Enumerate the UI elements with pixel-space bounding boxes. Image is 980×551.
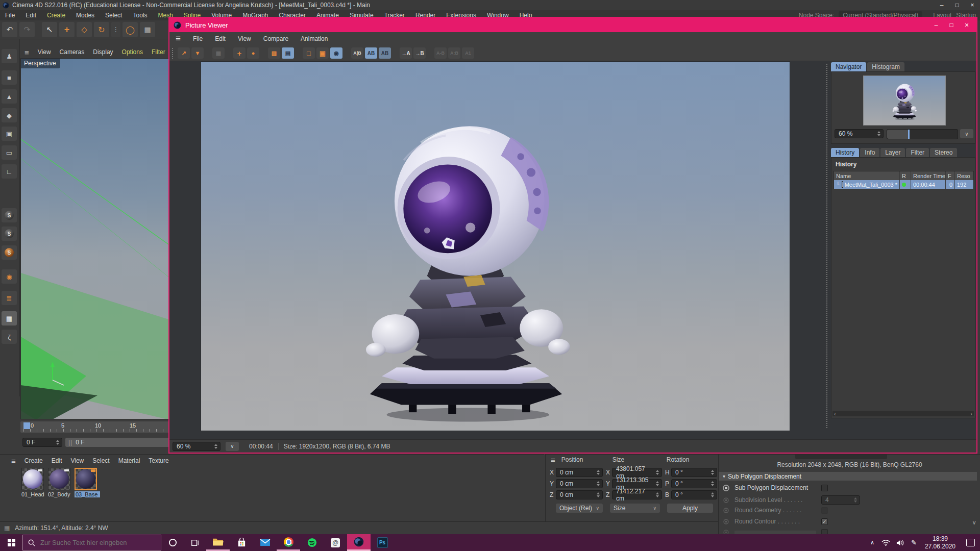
pen-icon[interactable]: ✎ [911, 539, 917, 546]
pv-maximize-button[interactable]: □ [944, 20, 959, 30]
live-selection-button[interactable]: ↖ [42, 22, 57, 37]
size-y-field[interactable]: 131213.305 cm [612, 479, 662, 488]
ab-overlay-button[interactable]: AB [379, 47, 391, 59]
rotation-p-field[interactable]: 0 ° [671, 479, 717, 488]
mail-button[interactable] [253, 534, 277, 551]
redo-button[interactable]: ↷ [19, 22, 35, 37]
history-row[interactable]: └ MeetMat_Tali_0003 * 00:00:44 0 192 [834, 180, 973, 189]
spd-section-header[interactable]: ▾ Sub Polygon Displacement [719, 472, 977, 481]
checker-tool-button[interactable]: ▦ [2, 311, 17, 325]
frame-spinner[interactable] [54, 440, 59, 445]
layer-manager-button[interactable]: ▤ [282, 47, 294, 59]
material-menu-material[interactable]: Material [118, 457, 140, 464]
cortana-button[interactable] [161, 534, 184, 551]
history-hscrollbar[interactable]: ‹ › [832, 411, 974, 416]
tab-info[interactable]: Info [860, 148, 879, 157]
pv-zoom-field[interactable]: 60 % [173, 442, 220, 451]
pv-minimize-button[interactable]: – [928, 20, 944, 30]
position-y-field[interactable]: 0 cm [556, 479, 603, 488]
pv-zoom-menu-button[interactable]: ∨ [226, 442, 239, 451]
rotation-b-field[interactable]: 0 ° [671, 490, 717, 499]
navigator-zoom-field[interactable]: 60 % [835, 129, 884, 138]
round-contour-checkbox[interactable]: ✓ [821, 518, 828, 525]
menu-select[interactable]: Select [105, 12, 122, 19]
tab-histogram[interactable]: Histogram [867, 62, 904, 71]
explorer-button[interactable] [206, 534, 230, 551]
round-geometry-checkbox[interactable] [821, 507, 828, 514]
material-menu-texture[interactable]: Texture [149, 457, 168, 464]
tab-stereo[interactable]: Stereo [930, 148, 957, 157]
save-incoming-button[interactable]: + [233, 47, 246, 59]
undo-button[interactable]: ↶ [2, 22, 17, 37]
size-z-field[interactable]: 71412.217 cm [612, 490, 662, 499]
cinema4d-taskbar-button[interactable] [347, 534, 371, 551]
clock[interactable]: 18:39 27.06.2020 [925, 535, 955, 550]
remove-image-button[interactable]: ▥ [268, 47, 280, 59]
frame-range-slider[interactable]: || 0 F [65, 438, 169, 447]
pv-menu-file[interactable]: File [193, 35, 203, 42]
store-button[interactable] [230, 534, 253, 551]
pyramid-primitive-button[interactable]: ▲ [2, 89, 17, 104]
pv-menu-animation[interactable]: Animation [301, 35, 328, 42]
panel-splitter[interactable] [826, 63, 828, 429]
menu-file[interactable]: File [5, 12, 15, 19]
photoshop-button[interactable]: Ps [371, 534, 394, 551]
size-x-field[interactable]: 43801.057 cm [612, 468, 662, 477]
last-tool-button[interactable]: ◯ [122, 22, 138, 37]
save-button[interactable]: ▼ [191, 47, 204, 59]
pv-close-button[interactable]: × [959, 20, 974, 30]
viewport-menu-filter[interactable]: Filter [152, 48, 165, 56]
material-head-button[interactable]: S [2, 208, 17, 222]
tray-chevron-icon[interactable]: ∧ [866, 539, 878, 546]
material-menu-edit[interactable]: Edit [52, 457, 62, 464]
model-incoming-button[interactable]: ● [247, 47, 259, 59]
pv-menu-icon[interactable]: ≡ [176, 34, 181, 44]
pv-menu-view[interactable]: View [238, 35, 251, 42]
psr-lock-button[interactable]: ⋮ [111, 22, 120, 37]
coords-menu-icon[interactable]: ≡ [551, 456, 555, 464]
current-frame-field[interactable]: 0 F [22, 438, 62, 447]
scroll-down-icon[interactable]: ∨ [972, 519, 976, 526]
position-z-field[interactable]: 0 cm [556, 490, 603, 499]
spd-checkbox[interactable] [821, 485, 828, 491]
notification-button[interactable] [961, 534, 980, 551]
navigator-thumbnail[interactable] [863, 76, 946, 126]
ab-wipe-button[interactable]: AB [365, 47, 377, 59]
rotate-tool-button[interactable]: ↻ [94, 22, 109, 37]
scale-tool-button[interactable]: ◇ [77, 22, 92, 37]
material-menu-select[interactable]: Select [92, 457, 109, 464]
spd-enable-radio[interactable] [723, 485, 729, 491]
material-base-button[interactable]: S [2, 245, 17, 260]
minimize-button[interactable]: – [934, 0, 949, 10]
menu-tools[interactable]: Tools [133, 12, 147, 19]
render-canvas[interactable] [201, 62, 790, 431]
wifi-icon[interactable] [881, 539, 890, 546]
open-file-button[interactable]: ↗ [178, 47, 190, 59]
apply-button[interactable]: Apply [667, 504, 713, 513]
compare-grid-button[interactable]: A:B [448, 47, 460, 59]
toolbar-grip[interactable] [172, 47, 174, 59]
ab-compare-button[interactable]: A|B [351, 47, 363, 59]
search-input[interactable] [39, 538, 154, 547]
material-menu-icon[interactable]: ≡ [11, 457, 16, 465]
tab-layer[interactable]: Layer [880, 148, 905, 157]
cube-primitive-button[interactable]: ■ [2, 70, 17, 85]
timeline-playhead[interactable] [23, 422, 30, 429]
menu-modes[interactable]: Modes [76, 12, 94, 19]
paint-tool-button[interactable]: ◉ [2, 269, 17, 284]
timeline-ruler[interactable]: 0 5 10 15 [20, 421, 169, 433]
axis-tool-button[interactable]: ∟ [2, 164, 17, 179]
hatch-tool-button[interactable]: ≣ [2, 291, 17, 305]
plane-primitive-button[interactable]: ▭ [2, 145, 17, 160]
character-tool-button[interactable]: ♟ [2, 49, 17, 63]
viewport-camera-label[interactable]: Perspective [21, 59, 60, 68]
slider-handle[interactable] [908, 130, 910, 139]
subdivision-value-field[interactable]: 4 [821, 495, 860, 505]
pv-menu-edit[interactable]: Edit [215, 35, 226, 42]
move-tool-button[interactable]: + [59, 22, 75, 37]
viewport-menu-icon[interactable]: ≡ [24, 48, 29, 57]
spring-tool-button[interactable]: ζ [2, 330, 17, 344]
material-menu-view[interactable]: View [70, 457, 84, 464]
position-mode-dropdown[interactable]: Object (Rel)∨ [556, 504, 603, 513]
compare-seq-button[interactable]: A1 [462, 47, 474, 59]
